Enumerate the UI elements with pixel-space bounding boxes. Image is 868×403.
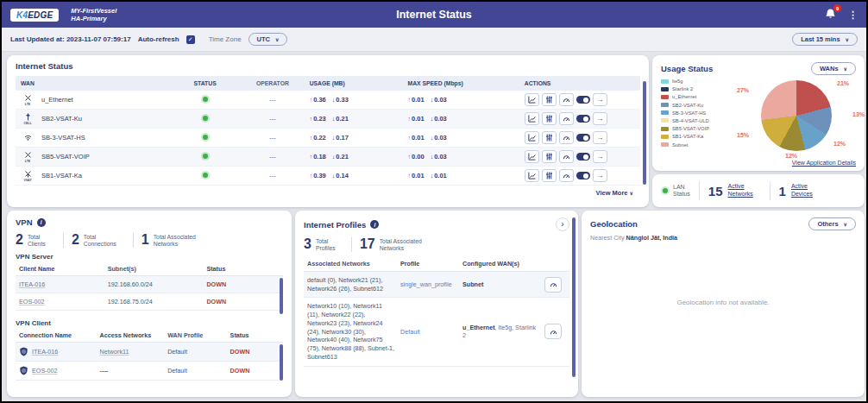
- geolocation-title: Geolocation: [590, 219, 638, 229]
- pie-percent-label: 12%: [785, 153, 797, 159]
- speed-test-button[interactable]: [559, 112, 574, 125]
- vpn-server-scrollbar[interactable]: [280, 278, 283, 314]
- auto-refresh-label: Auto-refresh: [138, 35, 179, 43]
- profile-row: default (0), Network21 (21), Network26 (…: [304, 272, 569, 298]
- col-subnets: Subnet(s): [108, 265, 207, 273]
- wan-stats-button[interactable]: [525, 131, 539, 144]
- download-arrow-icon: [425, 134, 435, 142]
- wan-config-button[interactable]: [542, 93, 557, 106]
- toggle-knob: [583, 116, 588, 122]
- usage-cell: 0.360.33: [310, 96, 408, 104]
- connection-name-link[interactable]: ITEA-016: [32, 348, 58, 356]
- wan-stats-button[interactable]: [525, 150, 539, 163]
- wan-details-button[interactable]: →: [593, 131, 607, 144]
- vpn-client-scrollbar[interactable]: [280, 344, 283, 381]
- usage-filter-select[interactable]: WANs: [811, 62, 856, 75]
- download-arrow-icon: [326, 96, 337, 104]
- speed-test-button[interactable]: [559, 169, 574, 182]
- profile-speed-test-button[interactable]: [544, 324, 562, 339]
- divider: [699, 181, 700, 200]
- col-access-networks: Access Networks: [100, 331, 168, 339]
- profile-link[interactable]: Default: [400, 328, 462, 336]
- vpn-server-row: EOS-002 192.168.75.0/24 DOWN: [16, 293, 283, 311]
- associated-networks-value: Network10 (10), Network11 (11), Network2…: [307, 302, 400, 361]
- download-arrow-icon: [425, 115, 435, 123]
- access-network-link[interactable]: Network11: [100, 348, 129, 356]
- wan-config-button[interactable]: [542, 131, 557, 144]
- wan-config-button[interactable]: [542, 112, 557, 125]
- time-range-select[interactable]: Last 15 mins: [792, 33, 858, 46]
- info-icon[interactable]: [370, 220, 379, 229]
- geolocation-filter-value: Others: [817, 220, 838, 228]
- wan-stats-button[interactable]: [525, 112, 539, 125]
- wan-enable-toggle[interactable]: [576, 115, 590, 123]
- speed-test-button[interactable]: [559, 131, 574, 144]
- active-devices-count: 1: [779, 184, 786, 198]
- col-status: Status: [230, 331, 280, 339]
- connection-name-link[interactable]: EOS-002: [32, 367, 58, 375]
- wan-enable-toggle[interactable]: [576, 153, 590, 161]
- lte-antenna-icon: LTE: [21, 151, 35, 163]
- wan-row: LTEu_Ethernet --- 0.360.33 0.010.03 →: [16, 91, 640, 110]
- wan-config-button[interactable]: [542, 150, 557, 163]
- profile-link[interactable]: single_wan_profile: [400, 280, 462, 288]
- wan-details-button[interactable]: →: [593, 169, 607, 182]
- pie-percent-label: 12%: [833, 141, 846, 147]
- legend-label: Subnet: [672, 142, 688, 148]
- client-name-link[interactable]: ITEA-016: [19, 280, 45, 288]
- download-arrow-icon: [425, 96, 435, 104]
- speed-cell: 0.010.03: [408, 134, 525, 142]
- legend-swatch: [661, 103, 669, 107]
- arrow-right-icon: →: [596, 134, 603, 142]
- speedometer-icon: [563, 134, 570, 142]
- speed-test-button[interactable]: [559, 93, 574, 106]
- profile-speed-test-button[interactable]: [544, 277, 562, 293]
- wan-enable-toggle[interactable]: [576, 134, 590, 142]
- wan-profile-value: Default: [167, 348, 230, 356]
- wan-name: u_Ethernet: [41, 96, 73, 104]
- view-application-details-link[interactable]: View Application Details: [792, 160, 856, 166]
- last-updated-text: Last Updated at: 2023-11-07 07:59:17: [10, 35, 131, 43]
- table-scrollbar[interactable]: [643, 81, 646, 185]
- profiles-scrollbar[interactable]: [572, 217, 576, 377]
- wan-details-button[interactable]: →: [593, 150, 607, 163]
- info-icon[interactable]: [37, 218, 46, 227]
- associated-networks-value: default (0), Network21 (21), Network26 (…: [307, 276, 400, 293]
- logo-k4-text: K4: [16, 10, 28, 20]
- col-status: STATUS: [174, 80, 236, 86]
- legend-item: SB1-VSAT-Ka: [661, 134, 732, 139]
- time-zone-label: Time Zone: [209, 35, 242, 43]
- vpn-client-table: Connection Name Access Networks WAN Prof…: [16, 329, 283, 381]
- time-zone-select[interactable]: UTC: [248, 33, 288, 46]
- auto-refresh-checkbox[interactable]: ✓: [186, 35, 195, 44]
- wan-name: SB-3-VSAT-HS: [41, 134, 85, 142]
- active-devices-link[interactable]: Active Devices: [791, 183, 824, 198]
- wan-config-button[interactable]: [542, 169, 557, 182]
- wan-row: LTESB5-VSAT-VOIP --- 0.180.21 0.000.03 →: [16, 148, 640, 167]
- speedometer-icon: [563, 153, 570, 161]
- kebab-menu-icon[interactable]: ⋮: [848, 10, 858, 20]
- wan-enable-toggle[interactable]: [576, 172, 590, 179]
- active-networks-link[interactable]: Active Networks: [728, 183, 761, 198]
- active-networks-count: 15: [708, 184, 723, 198]
- wan-details-button[interactable]: →: [593, 93, 607, 106]
- speed-test-button[interactable]: [559, 150, 574, 163]
- wan-details-button[interactable]: →: [593, 112, 607, 125]
- col-status: Status: [206, 265, 280, 273]
- col-operator: OPERATOR: [236, 80, 309, 86]
- client-name-link[interactable]: EOS-002: [19, 298, 45, 305]
- legend-swatch: [661, 142, 669, 147]
- wan-enable-toggle[interactable]: [576, 96, 590, 104]
- stat-value: 1: [142, 233, 149, 248]
- stat-value: 2: [72, 233, 79, 248]
- status-connected-dot: [203, 116, 208, 121]
- vpn-title: VPN: [16, 217, 33, 227]
- expand-panel-button[interactable]: ›: [556, 217, 569, 231]
- geolocation-filter-select[interactable]: Others: [808, 217, 856, 230]
- wan-stats-button[interactable]: [525, 169, 539, 182]
- vpn-stats: 2Total Clients 2Total Connections 1Total…: [16, 233, 283, 248]
- view-more-link[interactable]: View More: [16, 186, 640, 197]
- legend-label: u_Ethernet: [672, 94, 696, 99]
- wan-stats-button[interactable]: [525, 93, 539, 106]
- notifications-bell-icon[interactable]: 9: [824, 8, 838, 22]
